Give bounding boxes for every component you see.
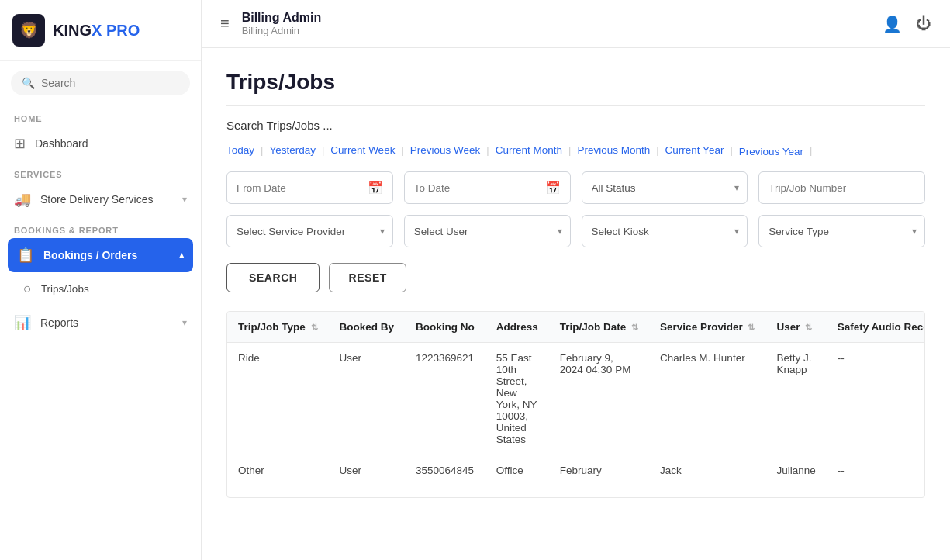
cell-safety-audio: -- [827, 455, 925, 498]
kiosk-select[interactable]: Select Kiosk [592, 226, 738, 237]
service-provider-select[interactable]: Select Service Provider [237, 226, 383, 237]
separator: | [322, 144, 324, 156]
topbar: ≡ Billing Admin Billing Admin 👤 ⏻ [202, 0, 950, 48]
section-label-services: SERVICES [0, 161, 201, 182]
cell-service-provider: Charles M. Hunter [649, 343, 765, 455]
date-shortcuts: Today | Yesterday | Current Week | Previ… [226, 143, 925, 157]
col-booking-no: Booking No [405, 312, 485, 343]
trip-job-number-input[interactable] [758, 171, 925, 204]
logo-accent: X PRO [92, 22, 140, 39]
cell-booking-no: 1223369621 [405, 343, 485, 455]
search-button[interactable]: SEARCH [226, 263, 320, 292]
table-row: Ride User 1223369621 55 East 10th Street… [227, 343, 925, 455]
cell-booked-by: User [329, 455, 406, 498]
shortcut-current-month[interactable]: Current Month [496, 144, 562, 156]
reset-button[interactable]: RESET [329, 263, 406, 292]
table-row: Other User 3550064845 Office February Ja… [227, 455, 925, 498]
sidebar-item-label: Dashboard [35, 137, 88, 150]
results-table: Trip/Job Type ⇅ Booked By Booking No Add… [227, 312, 925, 497]
cell-user: Julianne [765, 455, 826, 498]
topbar-main-title: Billing Admin [242, 11, 870, 25]
user-icon[interactable]: 👤 [883, 15, 902, 33]
cell-booked-by: User [329, 343, 406, 455]
sidebar: 🦁 KINGX PRO 🔍 HOME ⊞ Dashboard SERVICES … [0, 0, 202, 560]
sidebar-item-reports[interactable]: 📊 Reports ▾ [0, 306, 201, 340]
col-user[interactable]: User ⇅ [765, 312, 826, 343]
sidebar-item-trips-jobs[interactable]: ○ Trips/Jobs [0, 272, 201, 306]
cell-trip-job-date: February 9, 2024 04:30 PM [549, 343, 649, 455]
from-date-input[interactable]: 📅 [226, 171, 393, 204]
topbar-title: Billing Admin Billing Admin [242, 11, 870, 36]
power-icon[interactable]: ⏻ [916, 15, 931, 33]
to-date-input[interactable]: 📅 [404, 171, 571, 204]
content-area: Trips/Jobs Search Trips/Jobs ... Today |… [202, 48, 950, 560]
service-type-select[interactable]: Service Type Ride Other Delivery [769, 226, 915, 237]
delivery-icon: 🚚 [14, 191, 31, 208]
cell-service-provider: Jack [649, 455, 765, 498]
table-header: Trip/Job Type ⇅ Booked By Booking No Add… [227, 312, 925, 343]
sort-icon: ⇅ [631, 323, 638, 332]
separator: | [730, 144, 732, 156]
dashboard-icon: ⊞ [14, 135, 26, 152]
topbar-sub-title: Billing Admin [242, 25, 870, 36]
filter-row-2: Select Service Provider ▾ Select User ▾ … [226, 215, 925, 247]
separator: | [568, 144, 571, 156]
shortcut-today[interactable]: Today [226, 144, 254, 156]
service-provider-select-wrap[interactable]: Select Service Provider ▾ [226, 215, 393, 247]
col-safety-audio: Safety Audio Recordings [827, 312, 925, 343]
sort-icon: ⇅ [748, 323, 755, 332]
shortcut-yesterday[interactable]: Yesterday [269, 144, 316, 156]
sidebar-item-label: Reports [40, 316, 78, 329]
shortcut-previous-month[interactable]: Previous Month [577, 144, 650, 156]
logo-text: KINGX PRO [53, 22, 140, 40]
search-trips-label: Search Trips/Jobs ... [226, 119, 925, 132]
trip-job-number-field[interactable] [769, 182, 915, 194]
filter-row-1: 📅 📅 All Status Active Inactive Completed… [226, 171, 925, 204]
menu-icon[interactable]: ≡ [220, 15, 230, 33]
separator: | [656, 144, 658, 156]
kiosk-select-wrap[interactable]: Select Kiosk ▾ [582, 215, 748, 247]
calendar-icon: 📅 [545, 181, 561, 195]
topbar-icons: 👤 ⏻ [883, 15, 931, 33]
col-address: Address [485, 312, 549, 343]
col-trip-job-type[interactable]: Trip/Job Type ⇅ [227, 312, 329, 343]
cell-trip-job-date: February [549, 455, 649, 498]
cell-user: Betty J. Knapp [765, 343, 826, 455]
sidebar-item-label: Bookings / Orders [43, 249, 137, 261]
col-trip-job-date[interactable]: Trip/Job Date ⇅ [549, 312, 649, 343]
main-content: ≡ Billing Admin Billing Admin 👤 ⏻ Trips/… [202, 0, 950, 560]
separator: | [401, 144, 403, 156]
status-select-wrap[interactable]: All Status Active Inactive Completed Can… [582, 171, 748, 204]
service-type-select-wrap[interactable]: Service Type Ride Other Delivery ▾ [758, 215, 925, 247]
user-select-wrap[interactable]: Select User ▾ [404, 215, 571, 247]
table-body: Ride User 1223369621 55 East 10th Street… [227, 343, 925, 498]
reports-icon: 📊 [14, 314, 31, 331]
col-service-provider[interactable]: Service Provider ⇅ [649, 312, 765, 343]
cell-address: Office [485, 455, 549, 498]
separator: | [261, 144, 263, 156]
sidebar-item-label: Trips/Jobs [41, 283, 89, 295]
shortcut-current-week[interactable]: Current Week [330, 144, 395, 156]
section-label-bookings: BOOKINGS & REPORT [0, 216, 201, 238]
status-select[interactable]: All Status Active Inactive Completed Can… [592, 182, 738, 194]
search-bar[interactable]: 🔍 [11, 71, 190, 95]
shortcut-previous-year[interactable]: Previous Year [739, 146, 803, 157]
sort-icon: ⇅ [311, 323, 318, 332]
sidebar-item-label: Store Delivery Services [40, 193, 154, 206]
user-select[interactable]: Select User [414, 226, 561, 237]
cell-safety-audio: -- [827, 343, 925, 455]
search-icon: 🔍 [22, 77, 35, 89]
chevron-down-icon: ▾ [182, 194, 187, 205]
separator: | [486, 144, 489, 156]
shortcut-current-year[interactable]: Current Year [665, 144, 724, 156]
search-input[interactable] [41, 77, 179, 89]
cell-trip-job-type: Ride [227, 343, 329, 455]
shortcut-previous-week[interactable]: Previous Week [410, 144, 481, 156]
cell-trip-job-type: Other [227, 455, 329, 498]
sidebar-item-store-delivery[interactable]: 🚚 Store Delivery Services ▾ [0, 182, 201, 216]
to-date-field[interactable] [414, 182, 539, 194]
sidebar-item-bookings-orders[interactable]: 📋 Bookings / Orders ▴ [8, 238, 193, 272]
results-table-wrap: Trip/Job Type ⇅ Booked By Booking No Add… [226, 311, 925, 498]
from-date-field[interactable] [237, 182, 361, 194]
sidebar-item-dashboard[interactable]: ⊞ Dashboard [0, 126, 201, 161]
